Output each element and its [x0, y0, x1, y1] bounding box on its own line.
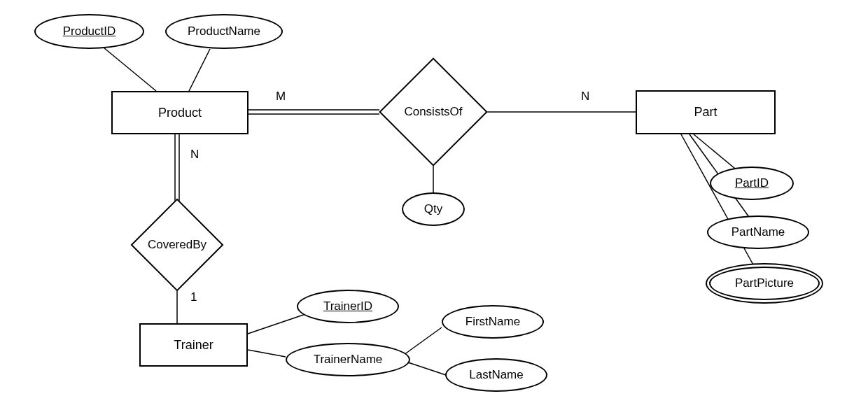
svg-line-0: [104, 48, 156, 91]
cardinality-trainer-covered: 1: [190, 290, 197, 304]
attribute-label: TrainerName: [314, 353, 383, 367]
attribute-label: PartID: [735, 176, 769, 190]
attribute-product-id: ProductID: [34, 14, 144, 49]
relationship-consists-of: ConsistsOf: [395, 73, 472, 150]
entity-part: Part: [636, 90, 776, 134]
attribute-label: Qty: [424, 202, 442, 216]
attribute-qty: Qty: [402, 192, 465, 226]
entity-label: Product: [158, 106, 202, 120]
svg-line-15: [408, 362, 446, 375]
attribute-last-name: LastName: [445, 358, 547, 392]
attribute-first-name: FirstName: [442, 305, 544, 339]
entity-label: Part: [694, 105, 717, 120]
relationship-label: ConsistsOf: [404, 105, 462, 119]
relationship-label: CoveredBy: [148, 238, 206, 252]
entity-label: Trainer: [174, 338, 213, 353]
svg-line-14: [404, 327, 442, 355]
attribute-part-name: PartName: [707, 215, 809, 249]
attribute-label: LastName: [469, 368, 523, 382]
svg-line-13: [248, 350, 286, 357]
cardinality-product-consists: M: [276, 90, 286, 104]
cardinality-product-covered: N: [190, 148, 199, 162]
attribute-label: TrainerID: [323, 299, 372, 313]
attribute-product-name: ProductName: [165, 14, 283, 49]
er-diagram: ProductID ProductName Product M Consists…: [0, 0, 868, 410]
attribute-label: FirstName: [465, 315, 520, 329]
attribute-trainer-name: TrainerName: [286, 343, 410, 376]
entity-trainer: Trainer: [139, 323, 248, 367]
attribute-part-picture: PartPicture: [709, 267, 820, 300]
entity-product: Product: [111, 91, 248, 134]
attribute-label: ProductName: [188, 24, 260, 38]
cardinality-part-consists: N: [581, 90, 589, 104]
attribute-trainer-id: TrainerID: [297, 290, 399, 323]
attribute-part-id: PartID: [710, 167, 794, 200]
svg-line-8: [681, 134, 762, 280]
svg-line-1: [189, 49, 210, 91]
attribute-label: PartName: [732, 225, 785, 239]
attribute-label: ProductID: [63, 24, 116, 38]
relationship-covered-by: CoveredBy: [144, 212, 210, 278]
attribute-label: PartPicture: [735, 276, 794, 290]
